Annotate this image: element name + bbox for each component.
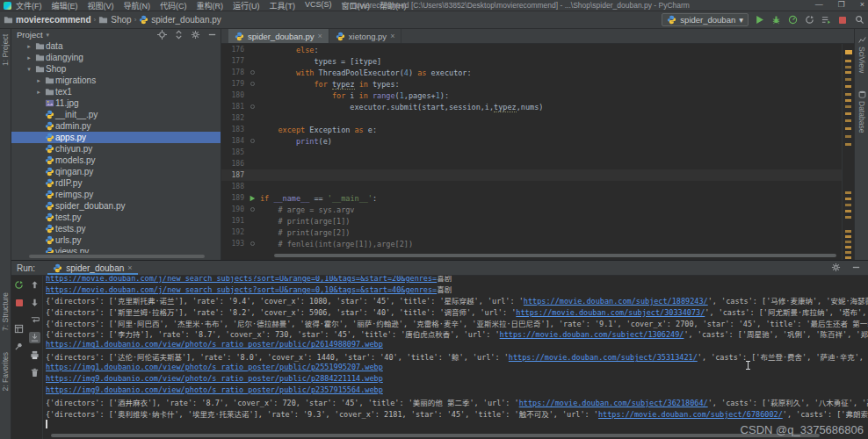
debug-button[interactable] — [770, 14, 782, 26]
profiler-button[interactable] — [786, 14, 799, 26]
tree-item-qingan.py[interactable]: qingan.py — [11, 166, 221, 177]
tree-item-Shop[interactable]: ▾Shop — [11, 63, 221, 75]
tree-item-admin.py[interactable]: admin.py — [11, 120, 221, 132]
error-stripe[interactable] — [842, 44, 854, 260]
menu-item-3[interactable]: 导航(N) — [124, 0, 151, 11]
gear-button[interactable] — [831, 263, 841, 274]
menu-item-6[interactable]: 运行(U) — [233, 0, 260, 11]
print-button[interactable] — [29, 349, 40, 361]
minimize-button[interactable]: — — [815, 0, 823, 9]
editor-tab-xietong.py[interactable]: xietong.py× — [329, 29, 402, 43]
code-text: for i in range(1,pages+1): — [260, 91, 449, 100]
close-icon[interactable]: × — [318, 32, 322, 40]
tree-item-tests.py[interactable]: tests.py — [11, 223, 221, 234]
tree-item-reimgs.py[interactable]: reimgs.py — [11, 189, 221, 200]
fold-dot-icon — [250, 82, 255, 86]
tree-item-urls.py[interactable]: urls.py — [11, 234, 221, 246]
menu-item-8[interactable]: VCS(S) — [305, 0, 332, 11]
breadcrumb-item-spider_douban.py[interactable]: spider_douban.py — [139, 15, 221, 25]
python-icon — [44, 121, 55, 131]
tree-item-apps.py[interactable]: apps.py — [11, 132, 221, 143]
soft-wrap-button[interactable] — [29, 314, 40, 326]
coverage-button[interactable] — [803, 14, 815, 26]
menu-item-4[interactable]: 代码(C) — [160, 0, 187, 11]
chevron-icon[interactable]: ▸ — [24, 43, 34, 50]
rerun-button[interactable] — [13, 279, 25, 291]
tree-item-diangying[interactable]: ▸diangying — [11, 52, 221, 63]
chevron-icon[interactable]: ▸ — [24, 54, 34, 61]
project-tree-hscrollbar[interactable] — [29, 255, 205, 258]
console-output[interactable]: https://movie.douban.com/j/new_search_su… — [43, 276, 868, 439]
console-link[interactable]: https://movie.douban.com/subject/1889243… — [524, 297, 708, 306]
tree-item-spider_douban.py[interactable]: spider_douban.py — [11, 200, 221, 212]
chevron-icon[interactable]: ▸ — [33, 77, 44, 84]
tree-item-test.py[interactable]: test.py — [11, 212, 221, 223]
menu-item-7[interactable]: 工具(T) — [270, 0, 296, 11]
tree-item-tex1[interactable]: ▸tex1 — [11, 86, 221, 97]
search-button[interactable] — [853, 14, 865, 26]
tree-item-__init__.py[interactable]: __init__.py — [11, 109, 221, 120]
menu-item-5[interactable]: 重构(R) — [197, 0, 224, 11]
menu-item-0[interactable]: 文件(F) — [16, 0, 42, 11]
run-configuration-selector[interactable]: spider_douban ▾ — [662, 13, 749, 26]
python-icon — [44, 167, 55, 176]
console-link[interactable]: https://movie.douban.com/subject/6786002… — [598, 410, 783, 419]
stop-button[interactable] — [13, 297, 25, 308]
run-line-button[interactable] — [244, 195, 260, 202]
pin-button[interactable] — [13, 341, 25, 352]
console-link[interactable]: https://movie.douban.com/subject/3531342… — [509, 353, 698, 362]
run-button[interactable] — [753, 14, 765, 26]
close-icon[interactable]: × — [127, 263, 132, 272]
clear-button[interactable] — [29, 367, 40, 378]
close-icon[interactable]: × — [390, 32, 394, 40]
tree-item-chiyun.py[interactable]: chiyun.py — [11, 143, 221, 155]
breadcrumb-item-Shop[interactable]: Shop — [98, 15, 131, 25]
tree-item-migrations[interactable]: ▸migrations — [11, 75, 221, 86]
console-link[interactable]: https://movie.douban.com/subject/1306249… — [500, 330, 684, 339]
editor-tab-spider_douban.py[interactable]: spider_douban.py× — [228, 29, 329, 43]
close-button[interactable]: × — [860, 0, 864, 9]
up-button[interactable] — [29, 279, 40, 291]
tool-window-button-project[interactable]: 1: Project — [1, 34, 10, 66]
hide-icon — [851, 263, 861, 272]
run-configuration-label: spider_douban — [680, 15, 735, 25]
tool-window-button-favorites[interactable]: 2: Favorites — [1, 352, 10, 391]
menu-item-1[interactable]: 编辑(E) — [52, 0, 78, 11]
tree-item-views.py[interactable]: views.py — [11, 246, 221, 253]
console-link[interactable]: https://movie.douban.com/subject/3033407… — [516, 308, 705, 317]
tree-item-data[interactable]: ▸data — [11, 40, 221, 52]
tool-window-button-sciview[interactable]: SciView — [857, 36, 866, 73]
tree-item-rdIP.py[interactable]: rdIP.py — [11, 177, 221, 189]
console-link[interactable]: https://img1.doubanio.com/view/photo/s_r… — [46, 363, 383, 371]
code-text: # print(arge[2]) — [260, 228, 350, 237]
project-panel-title[interactable]: Project — [17, 30, 43, 40]
chevron-icon[interactable]: ▾ — [24, 66, 34, 73]
down-button[interactable] — [29, 297, 40, 308]
stop-button[interactable] — [836, 14, 849, 26]
tool-window-button-structure[interactable]: 7: Structure — [1, 292, 10, 331]
tree-item-label: __init__.py — [55, 110, 98, 119]
scroll-end-icon — [30, 333, 40, 342]
console-link[interactable]: https://movie.douban.com/j/new_search_su… — [46, 276, 437, 283]
left-tool-window-strip: 1: Project7: Structure2: Favorites — [0, 29, 11, 439]
console-link[interactable]: https://img9.doubanio.com/view/photo/s_r… — [46, 374, 383, 383]
run-tab[interactable]: spider_douban × — [47, 261, 137, 275]
menu-item-2[interactable]: 视图(V) — [88, 0, 114, 11]
console-link[interactable]: https://img1.doubanio.com/view/photo/s_r… — [46, 340, 383, 349]
console-link[interactable]: https://movie.douban.com/subject/3621806… — [519, 399, 708, 407]
concurrency-button[interactable] — [820, 14, 832, 26]
tree-item-models.py[interactable]: models.py — [11, 155, 221, 166]
chevron-icon[interactable]: ▸ — [33, 89, 44, 96]
console-hscrollbar[interactable] — [51, 434, 820, 437]
breadcrumb-item-movierecommend[interactable]: movierecommend — [4, 15, 91, 25]
console-link[interactable]: https://movie.douban.com/j/new_search_su… — [46, 285, 437, 294]
editor-hscrollbar[interactable] — [274, 254, 836, 257]
code-editor[interactable]: 176 else:177 types = [itype]178 with Thr… — [221, 44, 842, 260]
restore-layout-button[interactable] — [13, 323, 25, 335]
tree-item-11.jpg[interactable]: 11.jpg — [11, 97, 221, 109]
scroll-end-button[interactable] — [29, 332, 40, 343]
maximize-button[interactable]: ❐ — [838, 0, 845, 9]
tool-window-button-database[interactable]: Database — [857, 90, 866, 133]
console-link[interactable]: https://img9.doubanio.com/view/photo/s_r… — [46, 385, 383, 394]
hide-button[interactable] — [851, 263, 861, 274]
